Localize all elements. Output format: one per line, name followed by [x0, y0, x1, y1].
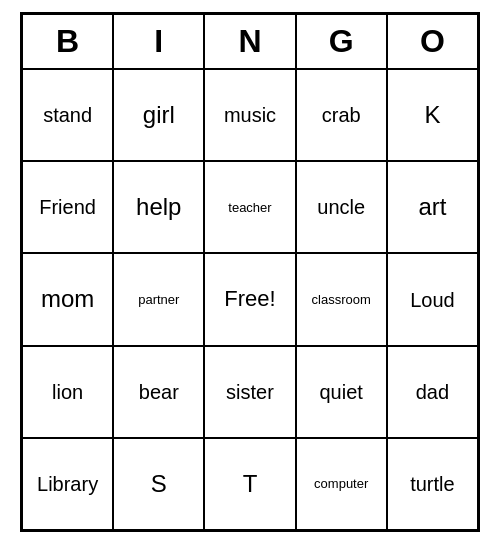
header-o: O: [387, 14, 478, 69]
cell-r5-c1: Library: [22, 438, 113, 530]
cell-r1-c4: crab: [296, 69, 387, 161]
cell-r1-c5: K: [387, 69, 478, 161]
bingo-card: B I N G O stand girl music crab K Friend…: [20, 12, 480, 532]
cell-r4-c2: bear: [113, 346, 204, 438]
header-n: N: [204, 14, 295, 69]
cell-r1-c3: music: [204, 69, 295, 161]
cell-r4-c3: sister: [204, 346, 295, 438]
cell-r1-c1: stand: [22, 69, 113, 161]
header-i: I: [113, 14, 204, 69]
cell-r5-c5: turtle: [387, 438, 478, 530]
cell-r5-c3: T: [204, 438, 295, 530]
cell-r4-c1: lion: [22, 346, 113, 438]
cell-r1-c2: girl: [113, 69, 204, 161]
cell-r3-c4: classroom: [296, 253, 387, 345]
cell-r2-c4: uncle: [296, 161, 387, 253]
cell-r5-c4: computer: [296, 438, 387, 530]
cell-r5-c2: S: [113, 438, 204, 530]
cell-r3-c1: mom: [22, 253, 113, 345]
header-g: G: [296, 14, 387, 69]
cell-r3-c3-free: Free!: [204, 253, 295, 345]
cell-r2-c2: help: [113, 161, 204, 253]
cell-r4-c4: quiet: [296, 346, 387, 438]
cell-r2-c1: Friend: [22, 161, 113, 253]
cell-r2-c5: art: [387, 161, 478, 253]
cell-r2-c3: teacher: [204, 161, 295, 253]
cell-r4-c5: dad: [387, 346, 478, 438]
cell-r3-c2: partner: [113, 253, 204, 345]
cell-r3-c5: Loud: [387, 253, 478, 345]
header-b: B: [22, 14, 113, 69]
